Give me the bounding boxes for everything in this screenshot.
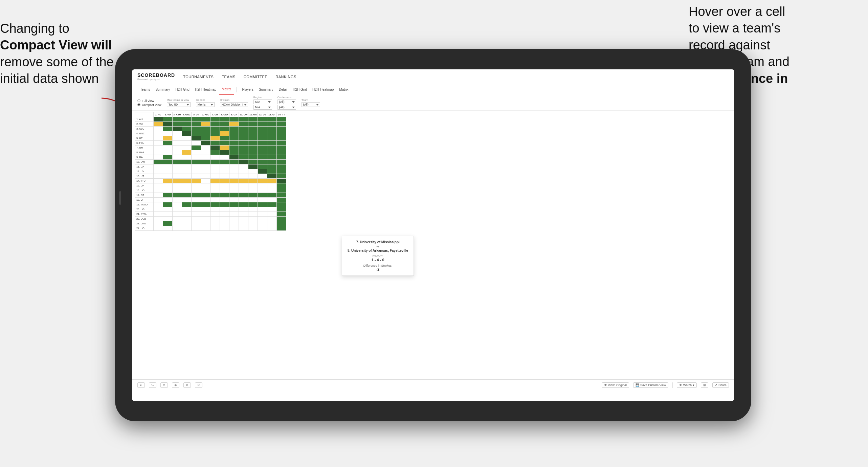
matrix-cell[interactable]: [277, 193, 286, 198]
matrix-cell[interactable]: [192, 122, 201, 127]
grid-btn[interactable]: ⊞: [701, 382, 708, 388]
matrix-cell[interactable]: [277, 141, 286, 146]
matrix-cell[interactable]: [192, 188, 201, 193]
matrix-cell[interactable]: [220, 150, 229, 155]
matrix-cell[interactable]: [239, 198, 248, 202]
matrix-cell[interactable]: [173, 127, 182, 131]
matrix-cell[interactable]: [163, 198, 173, 202]
matrix-cell[interactable]: [277, 174, 286, 179]
matrix-cell[interactable]: [239, 202, 248, 207]
matrix-cell[interactable]: [258, 160, 267, 164]
matrix-cell[interactable]: [201, 221, 210, 226]
matrix-cell[interactable]: [163, 122, 173, 127]
matrix-cell[interactable]: [210, 226, 220, 231]
matrix-cell[interactable]: [192, 202, 201, 207]
matrix-cell[interactable]: [154, 160, 163, 164]
matrix-cell[interactable]: [154, 150, 163, 155]
matrix-cell[interactable]: [229, 141, 239, 146]
matrix-cell[interactable]: [163, 212, 173, 217]
matrix-cell[interactable]: [220, 155, 229, 160]
matrix-cell[interactable]: [182, 131, 192, 136]
matrix-cell[interactable]: [267, 226, 277, 231]
matrix-cell[interactable]: [210, 179, 220, 183]
matrix-cell[interactable]: [229, 217, 239, 221]
matrix-cell[interactable]: [182, 150, 192, 155]
matrix-cell[interactable]: [154, 169, 163, 174]
gender-select[interactable]: Men's: [196, 102, 215, 107]
matrix-cell[interactable]: [201, 226, 210, 231]
matrix-cell[interactable]: [229, 179, 239, 183]
conference-select2[interactable]: (All): [277, 105, 296, 110]
matrix-cell[interactable]: [182, 117, 192, 122]
matrix-cell[interactable]: [258, 183, 267, 188]
matrix-cell[interactable]: [192, 174, 201, 179]
matrix-cell[interactable]: [192, 141, 201, 146]
view-original-btn[interactable]: 👁 View: Original: [602, 382, 629, 388]
matrix-cell[interactable]: [248, 164, 258, 169]
matrix-cell[interactable]: [229, 202, 239, 207]
matrix-cell[interactable]: [277, 212, 286, 217]
matrix-cell[interactable]: [220, 183, 229, 188]
matrix-cell[interactable]: [267, 141, 277, 146]
matrix-cell[interactable]: [258, 188, 267, 193]
matrix-cell[interactable]: [258, 141, 267, 146]
matrix-cell[interactable]: [192, 146, 201, 150]
matrix-cell[interactable]: [210, 146, 220, 150]
matrix-cell[interactable]: [277, 146, 286, 150]
sub-tab-summary1[interactable]: Summary: [153, 84, 173, 95]
team-select[interactable]: (All): [302, 102, 320, 107]
matrix-cell[interactable]: [182, 141, 192, 146]
matrix-cell[interactable]: [163, 202, 173, 207]
matrix-cell[interactable]: [258, 193, 267, 198]
region-select2[interactable]: N/A: [253, 105, 272, 110]
matrix-cell[interactable]: [258, 198, 267, 202]
matrix-cell[interactable]: [173, 183, 182, 188]
matrix-cell[interactable]: [229, 155, 239, 160]
matrix-cell[interactable]: [267, 207, 277, 212]
matrix-cell[interactable]: [277, 221, 286, 226]
matrix-cell[interactable]: [154, 198, 163, 202]
matrix-cell[interactable]: [239, 193, 248, 198]
sub-tab-matrix2[interactable]: Matrix: [336, 84, 351, 95]
matrix-cell[interactable]: [277, 164, 286, 169]
matrix-cell[interactable]: [210, 164, 220, 169]
matrix-cell[interactable]: [201, 155, 210, 160]
matrix-cell[interactable]: [201, 131, 210, 136]
matrix-cell[interactable]: [239, 146, 248, 150]
nav-committee[interactable]: COMMITTEE: [244, 75, 268, 79]
matrix-cell[interactable]: [201, 150, 210, 155]
matrix-cell[interactable]: [154, 183, 163, 188]
matrix-cell[interactable]: [163, 221, 173, 226]
matrix-cell[interactable]: [192, 217, 201, 221]
matrix-cell[interactable]: [201, 202, 210, 207]
matrix-cell[interactable]: [248, 136, 258, 141]
matrix-cell[interactable]: [163, 169, 173, 174]
matrix-cell[interactable]: [220, 174, 229, 179]
matrix-cell[interactable]: [173, 169, 182, 174]
matrix-cell[interactable]: [182, 127, 192, 131]
matrix-cell[interactable]: [277, 198, 286, 202]
matrix-cell[interactable]: [182, 212, 192, 217]
matrix-cell[interactable]: [201, 207, 210, 212]
matrix-cell[interactable]: [173, 179, 182, 183]
matrix-cell[interactable]: [229, 160, 239, 164]
matrix-cell[interactable]: [182, 136, 192, 141]
matrix-cell[interactable]: [154, 193, 163, 198]
matrix-cell[interactable]: [192, 226, 201, 231]
matrix-cell[interactable]: [267, 217, 277, 221]
matrix-cell[interactable]: [239, 117, 248, 122]
matrix-cell[interactable]: [258, 131, 267, 136]
matrix-cell[interactable]: [210, 193, 220, 198]
matrix-cell[interactable]: [248, 193, 258, 198]
matrix-cell[interactable]: [182, 160, 192, 164]
matrix-cell[interactable]: [239, 136, 248, 141]
sub-tab-matrix1[interactable]: Matrix: [219, 84, 233, 95]
matrix-cell[interactable]: [248, 127, 258, 131]
matrix-cell[interactable]: [173, 193, 182, 198]
matrix-cell[interactable]: [210, 207, 220, 212]
icon3-btn[interactable]: ⊖: [183, 382, 191, 388]
matrix-cell[interactable]: [163, 217, 173, 221]
matrix-cell[interactable]: [248, 198, 258, 202]
matrix-cell[interactable]: [173, 146, 182, 150]
matrix-cell[interactable]: [277, 207, 286, 212]
